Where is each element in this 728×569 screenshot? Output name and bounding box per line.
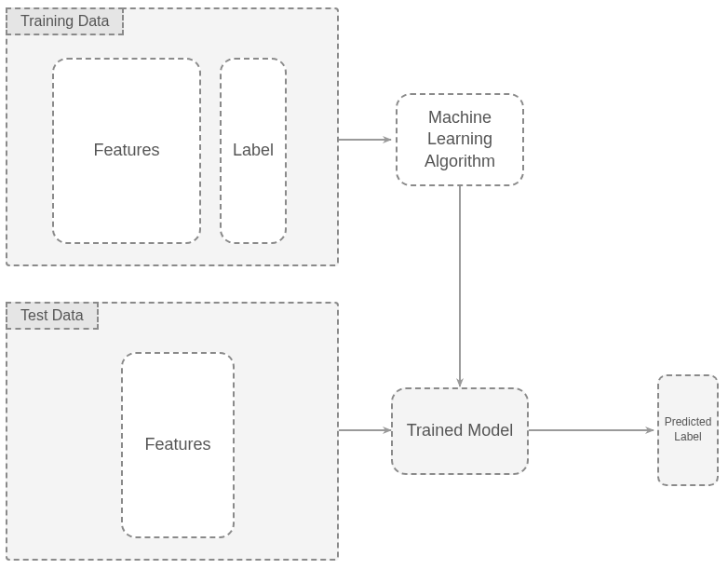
training-label-label: Label (233, 140, 274, 161)
training-label-box: Label (220, 58, 287, 244)
test-data-tag: Test Data (6, 302, 99, 330)
diagram-canvas: Training Data Features Label Test Data F… (0, 0, 728, 569)
trained-model-label: Trained Model (407, 420, 513, 441)
algorithm-box: Machine Learning Algorithm (396, 93, 524, 186)
test-features-label: Features (144, 434, 210, 455)
training-data-container: Training Data Features Label (6, 7, 339, 266)
predicted-label-label: Predicted Label (665, 415, 712, 444)
training-data-tag: Training Data (6, 7, 124, 35)
predicted-label-box: Predicted Label (657, 374, 719, 486)
training-features-label: Features (93, 140, 159, 161)
training-data-tag-label: Training Data (20, 13, 109, 29)
test-data-container: Test Data Features (6, 302, 339, 561)
test-data-tag-label: Test Data (20, 307, 84, 323)
training-features-box: Features (52, 58, 201, 244)
algorithm-label: Machine Learning Algorithm (425, 107, 495, 172)
trained-model-box: Trained Model (391, 387, 529, 475)
test-features-box: Features (121, 352, 235, 538)
